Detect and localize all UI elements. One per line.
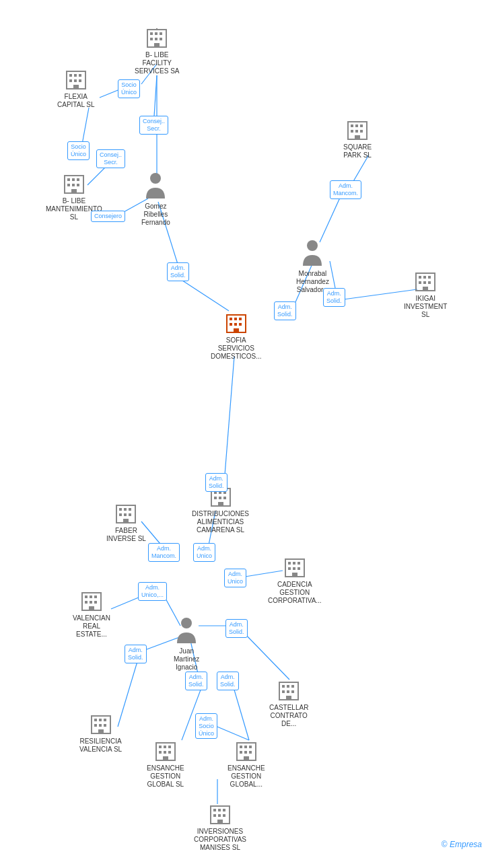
svg-rect-121 bbox=[286, 696, 291, 700]
label-ensanche-global: ENSANCHEGESTIONGLOBAL... bbox=[228, 764, 265, 789]
node-faber: FABERINVERSE SL bbox=[106, 501, 146, 543]
svg-rect-145 bbox=[244, 756, 249, 760]
svg-rect-120 bbox=[291, 690, 294, 693]
badge-adm-solid-ensanche1: Adm.Solid. bbox=[185, 672, 207, 690]
label-b-libe-facility: B- LIBE FACILITY SERVICES SA bbox=[135, 51, 180, 75]
label-juan: JuanMartinezIgnacio bbox=[174, 647, 199, 672]
svg-rect-40 bbox=[69, 74, 72, 77]
svg-rect-45 bbox=[79, 79, 81, 82]
svg-rect-85 bbox=[214, 497, 217, 499]
building-icon bbox=[114, 501, 138, 526]
svg-rect-66 bbox=[428, 276, 431, 279]
label-square-park: SQUAREPARK SL bbox=[343, 143, 372, 159]
node-valencian: VALENCIANREALESTATE... bbox=[73, 589, 110, 639]
svg-rect-116 bbox=[287, 685, 289, 688]
svg-rect-54 bbox=[71, 189, 77, 193]
label-cadencia: CADENCIAGESTIONCORPORATIVA... bbox=[268, 581, 322, 605]
svg-rect-51 bbox=[67, 184, 70, 186]
badge-socio-unico-1: SocioÚnico bbox=[118, 79, 140, 98]
svg-rect-133 bbox=[168, 746, 171, 748]
svg-rect-106 bbox=[85, 595, 88, 598]
node-ensanche-global: ENSANCHEGESTIONGLOBAL... bbox=[228, 739, 265, 789]
svg-rect-56 bbox=[351, 124, 353, 127]
building-icon bbox=[283, 555, 307, 579]
svg-rect-93 bbox=[119, 513, 122, 516]
svg-rect-49 bbox=[72, 178, 75, 181]
svg-rect-42 bbox=[79, 74, 81, 77]
svg-rect-33 bbox=[160, 32, 162, 35]
svg-rect-84 bbox=[223, 491, 226, 494]
svg-rect-36 bbox=[160, 38, 162, 40]
graph-container: B- LIBE FACILITY SERVICES SA FLEXIACAPIT… bbox=[0, 0, 490, 855]
badge-adm-solid-gomez: Adm.Solid. bbox=[167, 262, 189, 281]
svg-rect-91 bbox=[124, 508, 127, 511]
node-cadencia: CADENCIAGESTIONCORPORATIVA... bbox=[268, 555, 322, 605]
svg-rect-149 bbox=[223, 809, 225, 811]
svg-rect-152 bbox=[223, 814, 225, 817]
svg-rect-148 bbox=[218, 809, 221, 811]
svg-rect-64 bbox=[419, 276, 421, 279]
watermark-text: Empresa bbox=[450, 840, 482, 849]
node-juan: JuanMartinezIgnacio bbox=[174, 616, 199, 672]
badge-consej-secr-2: Consej..Secr. bbox=[96, 149, 125, 168]
badge-adm-solid-juan-resil: Adm.Solid. bbox=[125, 645, 147, 663]
svg-rect-112 bbox=[89, 606, 94, 610]
badge-adm-solid-juan-right: Adm.Solid. bbox=[225, 619, 248, 638]
node-sofia: SOFIASERVICIOSDOMESTICOS... bbox=[211, 311, 262, 361]
label-castellar: CASTELLARCONTRATODE... bbox=[269, 704, 308, 728]
svg-rect-80 bbox=[234, 328, 239, 332]
svg-rect-125 bbox=[104, 719, 106, 721]
person-icon bbox=[300, 239, 324, 268]
label-sofia: SOFIASERVICIOSDOMESTICOS... bbox=[211, 336, 262, 361]
badge-consej-secr-1: Consej..Secr. bbox=[139, 116, 168, 135]
badge-adm-unico-distrib: Adm.Unico bbox=[193, 543, 215, 562]
building-icon bbox=[153, 739, 178, 763]
svg-rect-109 bbox=[85, 601, 88, 604]
svg-rect-142 bbox=[240, 751, 242, 754]
svg-rect-65 bbox=[423, 276, 426, 279]
svg-rect-67 bbox=[419, 281, 421, 284]
node-flexia-capital: FLEXIACAPITAL SL bbox=[57, 67, 95, 109]
svg-rect-151 bbox=[218, 814, 221, 817]
watermark: © Empresa bbox=[442, 840, 482, 849]
svg-rect-137 bbox=[163, 756, 168, 760]
svg-rect-117 bbox=[291, 685, 294, 688]
node-ikigai: IKIGAIINVESTMENTSL bbox=[404, 269, 447, 319]
svg-rect-58 bbox=[360, 124, 363, 127]
building-icon bbox=[208, 802, 232, 826]
svg-rect-132 bbox=[164, 746, 166, 748]
label-faber: FABERINVERSE SL bbox=[106, 527, 146, 543]
building-icon bbox=[345, 118, 370, 142]
badge-adm-unico-valencian: Adm.Unico,... bbox=[138, 582, 167, 601]
svg-rect-78 bbox=[234, 323, 237, 326]
person-icon bbox=[174, 616, 199, 646]
building-icon bbox=[277, 678, 301, 702]
svg-rect-136 bbox=[168, 751, 171, 754]
svg-rect-129 bbox=[98, 729, 104, 733]
svg-rect-57 bbox=[355, 124, 358, 127]
svg-rect-102 bbox=[293, 567, 295, 570]
badge-adm-unico-cadencia: Adm.Unico bbox=[224, 569, 246, 587]
badge-adm-mancom-faber: Adm.Mancom. bbox=[148, 543, 180, 562]
svg-rect-87 bbox=[223, 497, 226, 499]
node-distribuciones: DISTRIBUCIONESALIMENTICIASCAMARENA SL bbox=[192, 484, 249, 534]
connection-lines bbox=[0, 0, 490, 855]
svg-rect-92 bbox=[129, 508, 131, 511]
building-icon bbox=[413, 269, 438, 293]
building-icon bbox=[89, 712, 113, 736]
svg-rect-53 bbox=[77, 184, 79, 186]
svg-rect-107 bbox=[90, 595, 92, 598]
svg-rect-118 bbox=[282, 690, 285, 693]
svg-rect-111 bbox=[94, 601, 97, 604]
svg-rect-110 bbox=[90, 601, 92, 604]
svg-rect-115 bbox=[282, 685, 285, 688]
svg-rect-59 bbox=[351, 130, 353, 133]
svg-rect-82 bbox=[214, 491, 217, 494]
svg-rect-35 bbox=[155, 38, 158, 40]
svg-rect-94 bbox=[124, 513, 127, 516]
svg-rect-139 bbox=[240, 746, 242, 748]
svg-rect-48 bbox=[67, 178, 70, 181]
badge-adm-solid-distrib: Adm.Solid. bbox=[205, 473, 228, 492]
svg-line-28 bbox=[214, 725, 249, 740]
node-gomez: GomezRibellesFernando bbox=[141, 172, 170, 227]
